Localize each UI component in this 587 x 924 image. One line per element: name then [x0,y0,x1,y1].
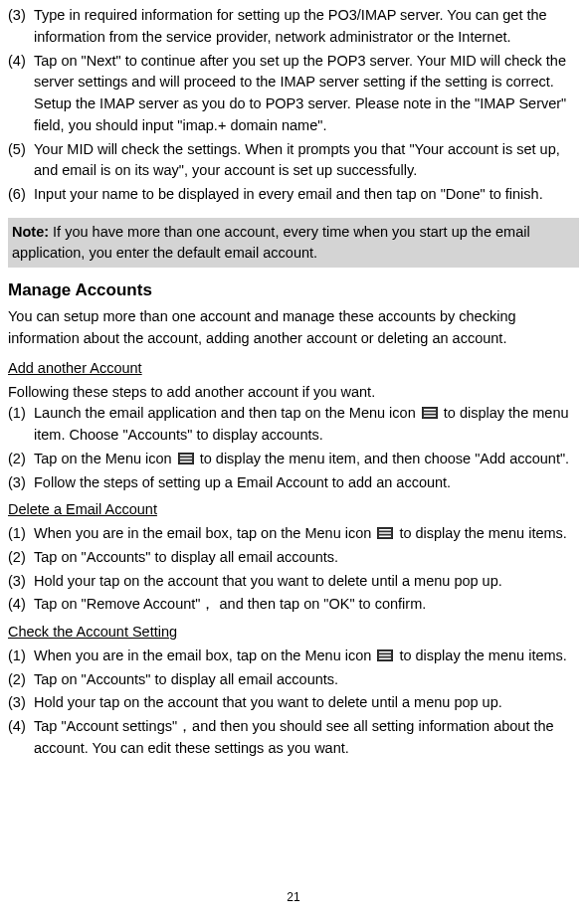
list-number: (2) [8,669,34,691]
list-item: (4)Tap on "Next" to continue after you s… [8,51,579,137]
list-text: Your MID will check the settings. When i… [34,139,579,183]
list-number: (4) [8,716,34,760]
heading-manage-accounts: Manage Accounts [8,277,579,303]
list-item: (4)Tap on "Remove Account"， and then tap… [8,594,579,616]
list-number: (1) [8,646,34,667]
note-label: Note: [12,224,49,240]
note-text: If you have more than one account, every… [12,224,530,261]
note-box: Note: If you have more than one account,… [8,218,579,268]
delete-steps: (1)When you are in the email box, tap on… [8,523,579,616]
svg-rect-9 [379,529,391,531]
menu-icon [377,527,393,539]
list-number: (4) [8,594,34,616]
svg-rect-14 [379,654,391,656]
list-item: (1)When you are in the email box, tap on… [8,523,579,545]
svg-rect-7 [180,461,192,462]
subhead-delete: Delete a Email Account [8,499,579,521]
list-number: (2) [8,547,34,569]
list-number: (1) [8,523,34,545]
svg-rect-10 [379,532,391,534]
list-text: Tap "Account settings"，and then you shou… [34,716,579,760]
list-item: (5)Your MID will check the settings. Whe… [8,139,579,183]
list-text: Tap on "Accounts" to display all email a… [34,669,579,691]
list-number: (5) [8,139,34,183]
list-item: (3)Follow the steps of setting up a Emai… [8,472,579,494]
list-text: Input your name to be displayed in every… [34,184,579,206]
menu-icon [178,453,194,464]
list-text: Follow the steps of setting up a Email A… [34,472,579,494]
svg-rect-5 [180,455,192,457]
list-item: (3)Hold your tap on the account that you… [8,571,579,593]
list-number: (4) [8,51,34,137]
list-text: Hold your tap on the account that you wa… [34,571,579,593]
menu-icon [422,407,438,419]
list-number: (6) [8,184,34,206]
list-item: (3)Type in required information for sett… [8,5,579,49]
subhead-check: Check the Account Setting [8,622,579,644]
list-item: (2)Tap on "Accounts" to display all emai… [8,547,579,569]
svg-rect-6 [180,458,192,460]
svg-rect-11 [379,536,391,538]
list-text: When you are in the email box, tap on th… [34,523,579,545]
subhead-add-another: Add another Account [8,358,579,380]
svg-rect-15 [379,657,391,659]
list-text: Hold your tap on the account that you wa… [34,692,579,714]
list-number: (3) [8,692,34,714]
list-number: (3) [8,472,34,494]
add-another-steps: (1)Launch the email application and then… [8,403,579,493]
list-text: Tap on "Remove Account"， and then tap on… [34,594,579,616]
list-item: (3)Hold your tap on the account that you… [8,692,579,714]
list-number: (3) [8,5,34,49]
svg-rect-1 [424,409,436,411]
list-item: (1)Launch the email application and then… [8,403,579,447]
list-number: (2) [8,449,34,470]
list-item: (2)Tap on "Accounts" to display all emai… [8,669,579,691]
list-number: (3) [8,571,34,593]
svg-rect-13 [379,651,391,653]
list-item: (1)When you are in the email box, tap on… [8,646,579,667]
list-item: (6)Input your name to be displayed in ev… [8,184,579,206]
list-item: (2)Tap on the Menu icon to display the m… [8,449,579,470]
list-text: Type in required information for setting… [34,5,579,49]
list-text: Tap on the Menu icon to display the menu… [34,449,579,470]
setup-steps-continued: (3)Type in required information for sett… [8,5,579,206]
page-number: 21 [0,888,587,906]
list-text: Tap on "Accounts" to display all email a… [34,547,579,569]
svg-rect-3 [424,416,436,418]
list-text: Tap on "Next" to continue after you set … [34,51,579,137]
manage-intro: You can setup more than one account and … [8,306,579,350]
list-number: (1) [8,403,34,447]
check-steps: (1)When you are in the email box, tap on… [8,646,579,760]
svg-rect-2 [424,413,436,415]
menu-icon [377,649,393,661]
add-another-intro: Following these steps to add another acc… [8,382,579,404]
list-item: (4)Tap "Account settings"，and then you s… [8,716,579,760]
list-text: When you are in the email box, tap on th… [34,646,579,667]
list-text: Launch the email application and then ta… [34,403,579,447]
